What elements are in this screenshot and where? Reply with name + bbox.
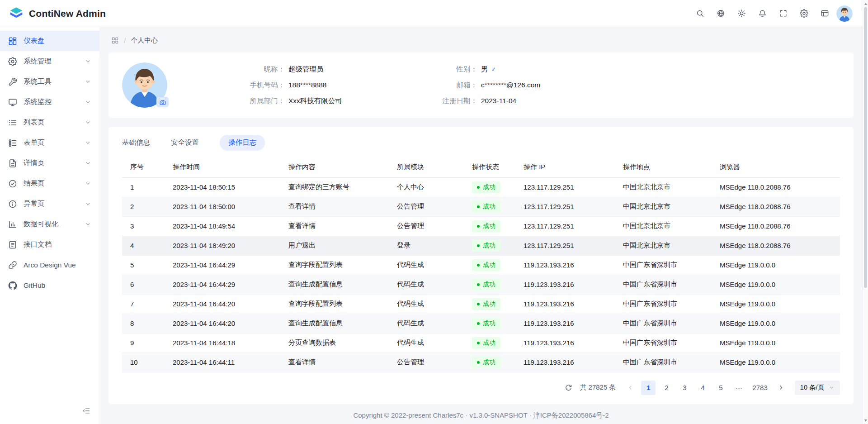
table-row: 12023-11-04 18:50:15查询绑定的三方账号个人中心成功123.1… xyxy=(122,177,840,197)
column-header: 操作内容 xyxy=(287,157,395,177)
breadcrumb-current: 个人中心 xyxy=(131,36,158,45)
table-cell: 代码生成 xyxy=(395,294,470,314)
language-button[interactable] xyxy=(712,5,729,22)
table-cell: 成功 xyxy=(470,255,522,275)
table-cell: MSEdge 118.0.2088.76 xyxy=(718,197,840,216)
sidebar-item-api-docs[interactable]: 接口文档 xyxy=(0,234,99,255)
next-page-button[interactable] xyxy=(774,381,788,395)
chevron-down-icon xyxy=(85,78,91,85)
sidebar-item-arco-design-vue[interactable]: Arco Design Vue xyxy=(0,255,99,275)
page-button-3[interactable]: 3 xyxy=(677,381,692,395)
status-dot-icon xyxy=(477,244,480,247)
page-button-1[interactable]: 1 xyxy=(641,381,656,395)
link-icon xyxy=(8,261,17,270)
brand[interactable]: ContiNew Admin xyxy=(9,6,106,21)
status-dot-icon xyxy=(477,225,480,228)
profile-avatar[interactable] xyxy=(122,62,167,108)
sidebar-item-data-visualization[interactable]: 数据可视化 xyxy=(0,214,99,234)
page-button-4[interactable]: 4 xyxy=(695,381,710,395)
page-button-5[interactable]: 5 xyxy=(713,381,728,395)
sidebar-item-result-pages[interactable]: 结果页 xyxy=(0,173,99,194)
collapse-sidebar-button[interactable] xyxy=(80,405,92,417)
user-avatar[interactable] xyxy=(836,5,853,22)
table-cell: 成功 xyxy=(470,177,522,197)
scroll-down-arrow[interactable] xyxy=(863,417,868,424)
sidebar-item-system-management[interactable]: 系统管理 xyxy=(0,51,99,71)
sidebar-item-label: Arco Design Vue xyxy=(24,261,76,269)
table-cell: 1 xyxy=(122,177,171,197)
sidebar-item-label: GitHub xyxy=(24,281,45,290)
sidebar-item-system-monitor[interactable]: 系统监控 xyxy=(0,92,99,112)
sidebar-item-system-tools[interactable]: 系统工具 xyxy=(0,71,99,92)
table-row: 32023-11-04 18:49:54查看详情公告管理成功123.117.12… xyxy=(122,216,840,236)
apps-icon[interactable] xyxy=(111,37,119,44)
table-cell: 查询生成配置信息 xyxy=(287,314,395,333)
pagination-ellipsis[interactable]: ··· xyxy=(731,381,746,395)
tab-operation-log[interactable]: 操作日志 xyxy=(220,135,265,151)
api-doc-icon xyxy=(8,240,17,249)
table-cell: 个人中心 xyxy=(395,177,470,197)
notifications-button[interactable] xyxy=(754,5,770,22)
table-cell: 用户退出 xyxy=(287,236,395,255)
table-cell: 查询字段配置列表 xyxy=(287,294,395,314)
pagination: 共 27825 条 12345···2783 10 条/页 xyxy=(122,381,840,395)
status-dot-icon xyxy=(477,264,480,267)
table-cell: 成功 xyxy=(470,333,522,353)
tab-security-settings[interactable]: 安全设置 xyxy=(171,135,199,151)
settings-button[interactable] xyxy=(796,5,812,22)
tab-basic-info[interactable]: 基础信息 xyxy=(122,135,150,151)
column-header: 操作时间 xyxy=(171,157,287,177)
profile-field-label: 邮箱： xyxy=(410,81,477,90)
sidebar-item-form-pages[interactable]: 表单页 xyxy=(0,133,99,153)
refresh-icon xyxy=(565,384,572,391)
status-dot-icon xyxy=(477,283,480,286)
table-row: 42023-11-04 18:49:20用户退出登录成功123.117.129.… xyxy=(122,236,840,255)
sidebar-item-dashboard[interactable]: 仪表盘 xyxy=(0,31,99,51)
github-icon xyxy=(8,281,17,290)
chevron-down-icon xyxy=(85,200,91,207)
theme-button[interactable] xyxy=(733,5,750,22)
table-cell: 2023-11-04 16:44:11 xyxy=(171,353,287,372)
table-cell: 4 xyxy=(122,236,171,255)
table-cell: 123.117.129.251 xyxy=(522,216,621,236)
top-header: ContiNew Admin xyxy=(0,0,863,27)
page-button-2783[interactable]: 2783 xyxy=(750,381,770,395)
scrollbar-thumb[interactable] xyxy=(864,7,867,288)
status-badge: 成功 xyxy=(472,220,500,232)
table-cell: 2023-11-04 16:44:20 xyxy=(171,294,287,314)
sidebar-item-github[interactable]: GitHub xyxy=(0,275,99,295)
change-avatar-button[interactable] xyxy=(156,97,169,107)
table-cell: 中国北京北京市 xyxy=(621,216,718,236)
refresh-button[interactable] xyxy=(561,381,575,395)
sidebar-item-list-pages[interactable]: 列表页 xyxy=(0,112,99,133)
table-cell: 6 xyxy=(122,275,171,294)
profile-field-value: 男♂ xyxy=(481,65,540,74)
table-cell: 代码生成 xyxy=(395,275,470,294)
chevron-left-icon xyxy=(627,384,634,391)
status-badge: 成功 xyxy=(472,298,500,310)
sidebar-item-detail-pages[interactable]: 详情页 xyxy=(0,153,99,173)
collapse-sidebar-icon xyxy=(82,407,90,415)
previous-page-button[interactable] xyxy=(623,381,637,395)
table-cell: 查看详情 xyxy=(287,197,395,216)
page-button-2[interactable]: 2 xyxy=(659,381,674,395)
search-button[interactable] xyxy=(692,5,708,22)
scroll-up-arrow[interactable] xyxy=(863,0,868,7)
fullscreen-button[interactable] xyxy=(775,5,791,22)
sidebar-item-label: 系统监控 xyxy=(24,97,52,107)
profile-field-value: c********@126.com xyxy=(481,81,540,89)
profile-card: 昵称：超级管理员性别：男♂手机号码：188****8888邮箱：c*******… xyxy=(108,52,854,118)
table-row: 22023-11-04 18:50:00查看详情公告管理成功123.117.12… xyxy=(122,197,840,216)
file-icon xyxy=(8,159,17,168)
layout-button[interactable] xyxy=(816,5,833,22)
chevron-down-icon xyxy=(829,385,835,391)
sidebar-item-exception-pages[interactable]: 异常页 xyxy=(0,194,99,214)
table-cell: MSEdge 119.0.0.0 xyxy=(718,275,840,294)
table-cell: 中国广东省深圳市 xyxy=(621,275,718,294)
page-size-value: 10 条/页 xyxy=(800,383,824,392)
camera-icon xyxy=(160,99,166,105)
dashboard-icon xyxy=(8,37,17,46)
page-size-select[interactable]: 10 条/页 xyxy=(795,381,840,395)
sidebar: 仪表盘系统管理系统工具系统监控列表页表单页详情页结果页异常页数据可视化接口文档A… xyxy=(0,27,99,424)
fullscreen-icon xyxy=(779,9,788,18)
